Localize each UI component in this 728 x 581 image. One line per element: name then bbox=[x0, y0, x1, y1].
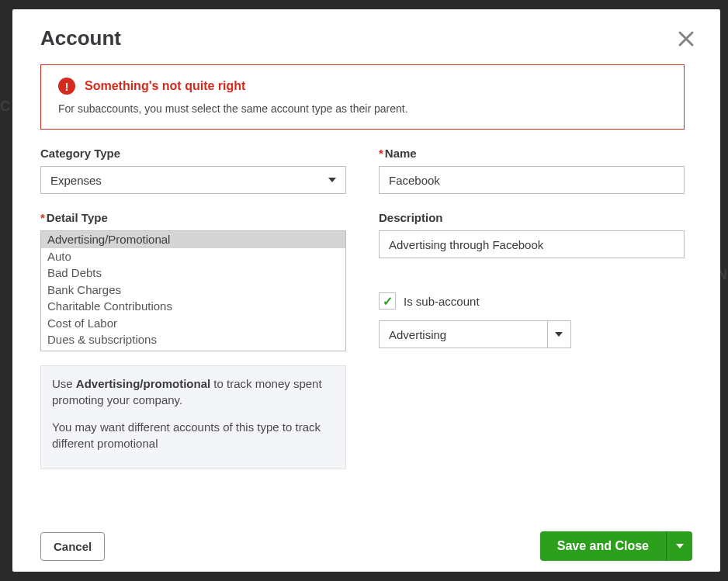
background-fragment: C bbox=[0, 99, 11, 115]
name-field[interactable] bbox=[379, 166, 685, 194]
chevron-down-icon bbox=[676, 544, 684, 548]
category-type-select[interactable]: Expenses bbox=[40, 166, 346, 194]
chevron-down-icon bbox=[555, 332, 563, 337]
detail-type-option[interactable]: Charitable Contributions bbox=[41, 298, 345, 315]
description-label: Description bbox=[379, 211, 685, 224]
check-icon: ✓ bbox=[383, 294, 393, 309]
detail-type-option[interactable]: Dues & subscriptions bbox=[41, 331, 345, 348]
save-and-close-button[interactable]: Save and Close bbox=[540, 531, 666, 561]
parent-account-select[interactable]: Advertising bbox=[379, 320, 547, 348]
detail-type-option[interactable]: Cost of Labor bbox=[41, 315, 345, 332]
detail-type-label: *Detail Type bbox=[40, 211, 346, 224]
detail-type-option[interactable]: Bad Debts bbox=[41, 265, 345, 282]
category-type-value: Expenses bbox=[50, 174, 102, 187]
detail-type-option[interactable]: Advertising/Promotional bbox=[41, 231, 345, 248]
error-banner: ! Something's not quite right For subacc… bbox=[40, 64, 685, 130]
form-left-column: Category Type Expenses *Detail Type Adve… bbox=[40, 147, 346, 469]
cancel-button[interactable]: Cancel bbox=[40, 532, 105, 561]
detail-type-hint[interactable]: Use Advertising/promotional to track mon… bbox=[40, 365, 346, 469]
form-right-column: *Name Description ✓ Is sub-account bbox=[379, 147, 685, 469]
required-star: * bbox=[40, 211, 45, 224]
detail-type-listbox[interactable]: Advertising/PromotionalAutoBad DebtsBank… bbox=[40, 230, 346, 351]
error-message: For subaccounts, you must select the sam… bbox=[58, 102, 667, 115]
name-label: *Name bbox=[379, 147, 685, 160]
is-subaccount-label: Is sub-account bbox=[404, 295, 480, 308]
account-modal: Account ! Something's not quite right Fo… bbox=[12, 9, 720, 572]
is-subaccount-checkbox[interactable]: ✓ bbox=[379, 292, 396, 310]
detail-type-option[interactable]: Entertainment bbox=[41, 348, 345, 352]
modal-footer: Cancel Save and Close bbox=[12, 522, 720, 572]
error-icon: ! bbox=[58, 78, 75, 95]
parent-account-dropdown-toggle[interactable] bbox=[547, 320, 571, 348]
modal-header: Account bbox=[12, 9, 720, 58]
close-icon[interactable] bbox=[677, 29, 695, 48]
save-dropdown-toggle[interactable] bbox=[666, 531, 692, 561]
error-title: Something's not quite right bbox=[85, 79, 245, 93]
description-field[interactable] bbox=[379, 230, 685, 258]
page-title: Account bbox=[40, 26, 121, 50]
detail-type-option[interactable]: Bank Charges bbox=[41, 282, 345, 299]
chevron-down-icon bbox=[328, 178, 336, 182]
modal-body-scroll[interactable]: ! Something's not quite right For subacc… bbox=[40, 58, 702, 522]
detail-type-option[interactable]: Auto bbox=[41, 248, 345, 265]
category-type-label: Category Type bbox=[40, 147, 346, 160]
required-star: * bbox=[379, 147, 383, 160]
